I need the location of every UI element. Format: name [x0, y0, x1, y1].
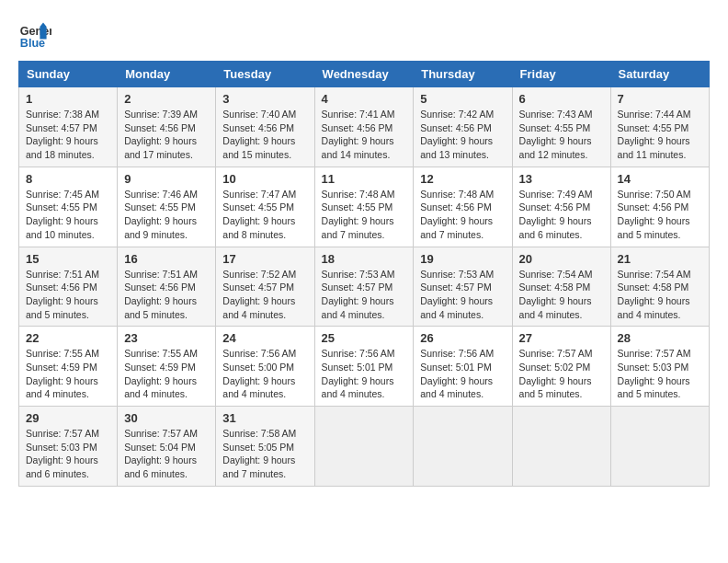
day-info: Sunrise: 7:48 AM Sunset: 4:55 PM Dayligh… — [322, 188, 407, 242]
calendar-day-cell: 15 Sunrise: 7:51 AM Sunset: 4:56 PM Dayl… — [19, 247, 118, 327]
day-info: Sunrise: 7:51 AM Sunset: 4:56 PM Dayligh… — [124, 268, 209, 322]
calendar-day-cell: 5 Sunrise: 7:42 AM Sunset: 4:56 PM Dayli… — [414, 87, 512, 167]
day-number: 15 — [26, 252, 110, 266]
day-number: 10 — [222, 172, 307, 186]
calendar-day-cell: 13 Sunrise: 7:49 AM Sunset: 4:56 PM Dayl… — [512, 167, 610, 247]
day-number: 17 — [222, 252, 307, 266]
day-number: 29 — [26, 411, 110, 425]
day-info: Sunrise: 7:45 AM Sunset: 4:55 PM Dayligh… — [26, 188, 110, 242]
day-info: Sunrise: 7:39 AM Sunset: 4:56 PM Dayligh… — [124, 108, 209, 162]
day-of-week-header: Saturday — [610, 62, 709, 87]
calendar-day-cell: 23 Sunrise: 7:55 AM Sunset: 4:59 PM Dayl… — [118, 327, 216, 407]
day-of-week-header: Monday — [118, 62, 216, 87]
calendar-day-cell: 10 Sunrise: 7:47 AM Sunset: 4:55 PM Dayl… — [216, 167, 314, 247]
day-info: Sunrise: 7:52 AM Sunset: 4:57 PM Dayligh… — [222, 268, 307, 322]
day-info: Sunrise: 7:40 AM Sunset: 4:56 PM Dayligh… — [222, 108, 307, 162]
calendar-day-cell: 20 Sunrise: 7:54 AM Sunset: 4:58 PM Dayl… — [512, 247, 610, 327]
logo: General Blue — [18, 18, 55, 52]
day-number: 13 — [519, 172, 604, 186]
calendar-week-row: 15 Sunrise: 7:51 AM Sunset: 4:56 PM Dayl… — [19, 247, 710, 327]
day-number: 5 — [420, 92, 505, 106]
day-info: Sunrise: 7:58 AM Sunset: 5:05 PM Dayligh… — [222, 427, 307, 481]
day-info: Sunrise: 7:56 AM Sunset: 5:01 PM Dayligh… — [420, 347, 505, 401]
calendar-day-cell: 1 Sunrise: 7:38 AM Sunset: 4:57 PM Dayli… — [19, 87, 118, 167]
calendar-day-cell: 22 Sunrise: 7:55 AM Sunset: 4:59 PM Dayl… — [19, 327, 118, 407]
calendar-week-row: 22 Sunrise: 7:55 AM Sunset: 4:59 PM Dayl… — [19, 327, 710, 407]
calendar-day-cell — [414, 407, 512, 487]
day-info: Sunrise: 7:56 AM Sunset: 5:01 PM Dayligh… — [322, 347, 407, 401]
calendar-header-row: SundayMondayTuesdayWednesdayThursdayFrid… — [19, 62, 710, 87]
calendar-day-cell: 27 Sunrise: 7:57 AM Sunset: 5:02 PM Dayl… — [512, 327, 610, 407]
day-of-week-header: Wednesday — [314, 62, 414, 87]
day-number: 4 — [322, 92, 407, 106]
calendar-day-cell: 3 Sunrise: 7:40 AM Sunset: 4:56 PM Dayli… — [216, 87, 314, 167]
day-number: 30 — [124, 411, 209, 425]
calendar-week-row: 1 Sunrise: 7:38 AM Sunset: 4:57 PM Dayli… — [19, 87, 710, 167]
day-number: 22 — [26, 331, 110, 345]
day-info: Sunrise: 7:47 AM Sunset: 4:55 PM Dayligh… — [222, 188, 307, 242]
calendar-day-cell: 21 Sunrise: 7:54 AM Sunset: 4:58 PM Dayl… — [610, 247, 709, 327]
calendar-day-cell: 17 Sunrise: 7:52 AM Sunset: 4:57 PM Dayl… — [216, 247, 314, 327]
calendar-day-cell: 4 Sunrise: 7:41 AM Sunset: 4:56 PM Dayli… — [314, 87, 414, 167]
calendar-day-cell: 25 Sunrise: 7:56 AM Sunset: 5:01 PM Dayl… — [314, 327, 414, 407]
day-number: 16 — [124, 252, 209, 266]
calendar-body: 1 Sunrise: 7:38 AM Sunset: 4:57 PM Dayli… — [19, 87, 710, 487]
day-info: Sunrise: 7:54 AM Sunset: 4:58 PM Dayligh… — [618, 268, 702, 322]
calendar-day-cell: 19 Sunrise: 7:53 AM Sunset: 4:57 PM Dayl… — [414, 247, 512, 327]
day-number: 19 — [420, 252, 505, 266]
day-number: 2 — [124, 92, 209, 106]
calendar-day-cell — [314, 407, 414, 487]
calendar-week-row: 8 Sunrise: 7:45 AM Sunset: 4:55 PM Dayli… — [19, 167, 710, 247]
day-of-week-header: Thursday — [414, 62, 512, 87]
day-number: 6 — [519, 92, 604, 106]
day-number: 24 — [222, 331, 307, 345]
calendar-day-cell: 8 Sunrise: 7:45 AM Sunset: 4:55 PM Dayli… — [19, 167, 118, 247]
calendar-day-cell: 18 Sunrise: 7:53 AM Sunset: 4:57 PM Dayl… — [314, 247, 414, 327]
calendar-day-cell: 14 Sunrise: 7:50 AM Sunset: 4:56 PM Dayl… — [610, 167, 709, 247]
day-info: Sunrise: 7:41 AM Sunset: 4:56 PM Dayligh… — [322, 108, 407, 162]
day-info: Sunrise: 7:55 AM Sunset: 4:59 PM Dayligh… — [124, 347, 209, 401]
day-info: Sunrise: 7:46 AM Sunset: 4:55 PM Dayligh… — [124, 188, 209, 242]
day-info: Sunrise: 7:56 AM Sunset: 5:00 PM Dayligh… — [222, 347, 307, 401]
day-info: Sunrise: 7:51 AM Sunset: 4:56 PM Dayligh… — [26, 268, 110, 322]
calendar-day-cell: 26 Sunrise: 7:56 AM Sunset: 5:01 PM Dayl… — [414, 327, 512, 407]
calendar-day-cell — [610, 407, 709, 487]
day-of-week-header: Tuesday — [216, 62, 314, 87]
calendar-day-cell: 31 Sunrise: 7:58 AM Sunset: 5:05 PM Dayl… — [216, 407, 314, 487]
day-info: Sunrise: 7:53 AM Sunset: 4:57 PM Dayligh… — [322, 268, 407, 322]
day-number: 27 — [519, 331, 604, 345]
calendar-day-cell: 30 Sunrise: 7:57 AM Sunset: 5:04 PM Dayl… — [118, 407, 216, 487]
calendar-day-cell — [512, 407, 610, 487]
calendar-day-cell: 6 Sunrise: 7:43 AM Sunset: 4:55 PM Dayli… — [512, 87, 610, 167]
page-header: General Blue — [18, 18, 710, 52]
day-info: Sunrise: 7:55 AM Sunset: 4:59 PM Dayligh… — [26, 347, 110, 401]
day-info: Sunrise: 7:53 AM Sunset: 4:57 PM Dayligh… — [420, 268, 505, 322]
calendar-day-cell: 11 Sunrise: 7:48 AM Sunset: 4:55 PM Dayl… — [314, 167, 414, 247]
calendar-day-cell: 16 Sunrise: 7:51 AM Sunset: 4:56 PM Dayl… — [118, 247, 216, 327]
day-info: Sunrise: 7:50 AM Sunset: 4:56 PM Dayligh… — [618, 188, 702, 242]
day-number: 9 — [124, 172, 209, 186]
day-number: 8 — [26, 172, 110, 186]
calendar-day-cell: 29 Sunrise: 7:57 AM Sunset: 5:03 PM Dayl… — [19, 407, 118, 487]
calendar-week-row: 29 Sunrise: 7:57 AM Sunset: 5:03 PM Dayl… — [19, 407, 710, 487]
day-number: 11 — [322, 172, 407, 186]
day-number: 14 — [618, 172, 702, 186]
day-info: Sunrise: 7:48 AM Sunset: 4:56 PM Dayligh… — [420, 188, 505, 242]
day-number: 31 — [222, 411, 307, 425]
calendar-day-cell: 12 Sunrise: 7:48 AM Sunset: 4:56 PM Dayl… — [414, 167, 512, 247]
day-number: 26 — [420, 331, 505, 345]
calendar-day-cell: 28 Sunrise: 7:57 AM Sunset: 5:03 PM Dayl… — [610, 327, 709, 407]
calendar-day-cell: 24 Sunrise: 7:56 AM Sunset: 5:00 PM Dayl… — [216, 327, 314, 407]
calendar-day-cell: 2 Sunrise: 7:39 AM Sunset: 4:56 PM Dayli… — [118, 87, 216, 167]
day-info: Sunrise: 7:57 AM Sunset: 5:02 PM Dayligh… — [519, 347, 604, 401]
day-of-week-header: Friday — [512, 62, 610, 87]
day-number: 23 — [124, 331, 209, 345]
calendar-day-cell: 9 Sunrise: 7:46 AM Sunset: 4:55 PM Dayli… — [118, 167, 216, 247]
day-info: Sunrise: 7:42 AM Sunset: 4:56 PM Dayligh… — [420, 108, 505, 162]
day-number: 1 — [26, 92, 110, 106]
day-info: Sunrise: 7:43 AM Sunset: 4:55 PM Dayligh… — [519, 108, 604, 162]
day-info: Sunrise: 7:57 AM Sunset: 5:03 PM Dayligh… — [618, 347, 702, 401]
day-number: 7 — [618, 92, 702, 106]
day-info: Sunrise: 7:49 AM Sunset: 4:56 PM Dayligh… — [519, 188, 604, 242]
day-number: 28 — [618, 331, 702, 345]
